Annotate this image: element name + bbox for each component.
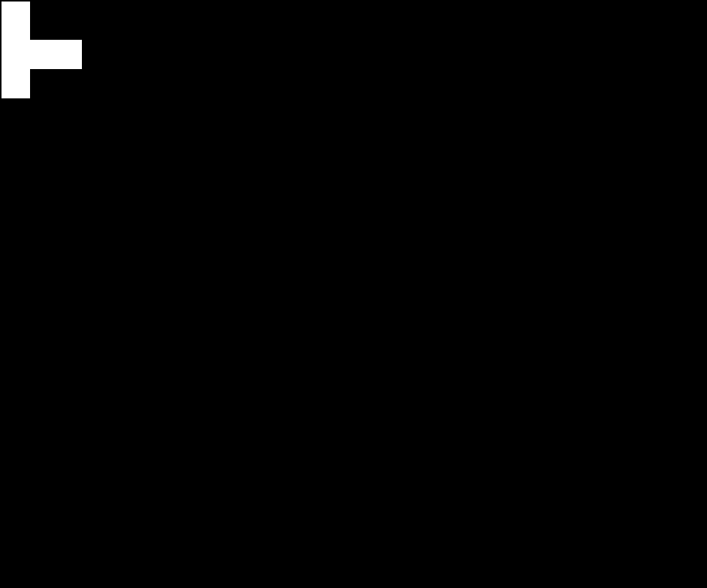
intensity-colorbar bbox=[4, 40, 82, 69]
waterfall-spectrogram-canvas bbox=[0, 0, 707, 588]
colorbar-gradient bbox=[5, 42, 79, 51]
colorbar-ticks bbox=[5, 52, 79, 56]
spectrum-lab-screen-capture bbox=[0, 0, 707, 588]
